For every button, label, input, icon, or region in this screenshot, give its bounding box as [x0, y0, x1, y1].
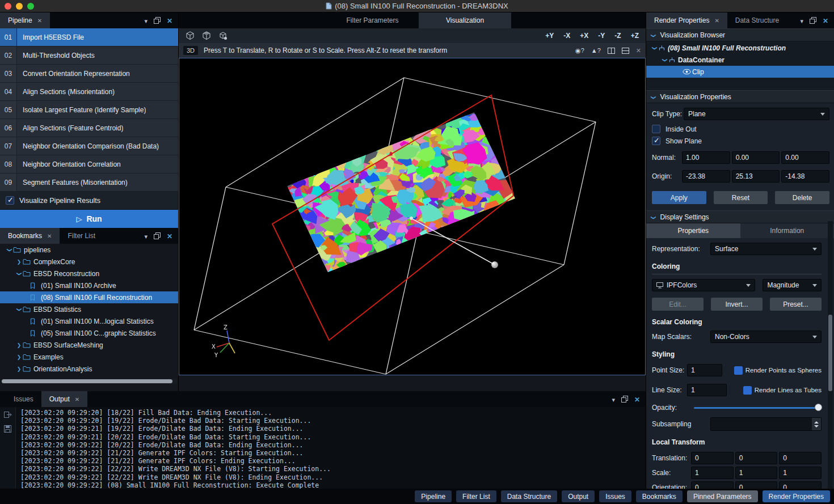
close-tab-icon[interactable] [709, 16, 719, 24]
panel-toggle-data-structure[interactable]: Data Structure [501, 490, 557, 502]
scale-y-input[interactable]: 1 [735, 467, 778, 479]
close-view-icon[interactable] [636, 47, 641, 54]
tree-item-clip[interactable]: Clip [646, 66, 834, 78]
console-log[interactable]: [2023:02:20 09:29:20] [18/22] Fill Bad D… [16, 407, 335, 489]
tab-filter-parameters[interactable]: Filter Parameters [326, 12, 419, 28]
pipeline-step[interactable]: 03Convert Orientation Representation [0, 65, 178, 83]
split-horizontal-icon[interactable] [622, 48, 629, 54]
pipeline-step[interactable]: 05Isolate Largest Feature (Identify Samp… [0, 101, 178, 119]
close-panel-icon[interactable] [823, 15, 828, 26]
axis-view-button[interactable]: -X [563, 32, 570, 40]
scale-z-input[interactable]: 1 [779, 467, 822, 479]
close-tab-icon[interactable] [42, 232, 52, 240]
map-scalars-dropdown[interactable]: Non-Colors [710, 331, 822, 343]
axis-view-button[interactable]: -Y [598, 32, 605, 40]
visualize-results-checkbox[interactable] [6, 196, 14, 205]
close-panel-icon[interactable] [634, 394, 640, 404]
orientation-z-input[interactable]: 0 [779, 481, 822, 489]
tab-properties[interactable]: Properties [646, 223, 740, 238]
bookmarks-tree-item[interactable]: (01) Small IN100 Archive [0, 279, 178, 291]
bookmarks-tree-item[interactable]: (01) Small IN100 M...logical Statistics [0, 315, 178, 327]
coloring-array-dropdown[interactable]: IPFColors [652, 279, 755, 291]
panel-toggle-pipeline[interactable]: Pipeline [415, 490, 452, 502]
axis-view-button[interactable]: +Z [631, 32, 639, 40]
close-window-button[interactable] [5, 3, 11, 10]
close-tab-icon[interactable] [70, 395, 79, 403]
bookmarks-tree-item[interactable]: ❯EBSD Statistics [0, 303, 178, 315]
save-log-icon[interactable] [3, 425, 12, 433]
render-points-as-spheres-checkbox[interactable] [734, 366, 743, 375]
tab-filter-list[interactable]: Filter List [60, 228, 103, 244]
float-panel-icon[interactable] [154, 232, 161, 239]
bookmarks-tree-item[interactable]: (08) Small IN100 Full Reconstruction [0, 291, 178, 303]
chevron-down-icon[interactable] [800, 15, 803, 26]
orientation-y-input[interactable]: 0 [735, 481, 778, 489]
float-panel-icon[interactable] [810, 17, 816, 24]
panel-toggle-pinned-parameters[interactable]: Pinned Parameters [687, 490, 758, 502]
axis-view-button[interactable]: -Z [614, 32, 621, 40]
origin-z-input[interactable]: -14.38 [781, 170, 829, 183]
chevron-right-icon[interactable]: ❯ [15, 354, 23, 360]
tab-issues[interactable]: Issues [6, 391, 41, 407]
preset-colormap-button[interactable]: Preset... [770, 298, 822, 311]
subsampling-spinner[interactable] [710, 417, 822, 431]
edit-colormap-button[interactable]: Edit... [652, 298, 704, 311]
bookmarks-tree-item[interactable]: (05) Small IN100 C...graphic Statistics [0, 327, 178, 339]
representation-dropdown[interactable]: Surface [710, 243, 822, 255]
tab-data-structure[interactable]: Data Structure [727, 12, 787, 28]
point-size-input[interactable]: 1 [687, 364, 722, 376]
pipeline-step[interactable]: 04Align Sections (Misorientation) [0, 83, 178, 101]
normal-x-input[interactable]: 1.00 [682, 151, 730, 164]
scale-x-input[interactable]: 1 [691, 467, 734, 479]
panel-toggle-output[interactable]: Output [562, 490, 595, 502]
pipeline-step[interactable]: 08Neighbor Orientation Correlation [0, 155, 178, 173]
visualization-properties-header[interactable]: Visualization Properties [646, 90, 834, 103]
bookmarks-tree-item[interactable]: ❯ComplexCore [0, 256, 178, 268]
inside-out-checkbox[interactable] [652, 125, 660, 133]
orientation-x-input[interactable]: 0 [691, 481, 734, 489]
panel-toggle-render-properties[interactable]: Render Properties [763, 490, 830, 502]
close-tab-icon[interactable] [32, 16, 42, 24]
spinner-buttons[interactable] [812, 418, 821, 430]
clip-type-dropdown[interactable]: Plane [684, 108, 829, 120]
chevron-down-icon[interactable]: ❯ [16, 270, 22, 277]
keyboard-help-icon[interactable]: ▲? [591, 47, 601, 54]
mouse-help-icon[interactable]: ◉? [575, 47, 584, 54]
chevron-down-icon[interactable]: ❯ [662, 56, 668, 63]
vertical-scrollbar[interactable] [828, 221, 833, 489]
chevron-right-icon[interactable]: ❯ [15, 342, 23, 348]
chevron-down-icon[interactable] [144, 15, 148, 26]
tab-bookmarks[interactable]: Bookmarks [0, 228, 60, 244]
reset-camera-cube-icon[interactable] [218, 31, 228, 40]
render-lines-as-tubes-checkbox[interactable] [743, 386, 752, 395]
chevron-down-icon[interactable] [612, 394, 615, 404]
pipeline-step[interactable]: 09Segment Features (Misorientation) [0, 173, 178, 192]
panel-toggle-bookmarks[interactable]: Bookmarks [636, 490, 683, 502]
tree-item-datacontainer[interactable]: ❯ DataContainer [646, 54, 834, 66]
bookmarks-tree-item[interactable]: ❯OrientationAnalysis [0, 363, 178, 375]
display-settings-header[interactable]: Display Settings [646, 210, 834, 223]
axis-view-button[interactable]: +X [580, 32, 588, 40]
chevron-right-icon[interactable]: ❯ [15, 259, 23, 265]
show-plane-checkbox[interactable] [652, 137, 660, 145]
eye-icon[interactable] [683, 69, 692, 75]
tree-item-pipeline[interactable]: ❯ (08) Small IN100 Full Reconstruction [646, 42, 834, 54]
horizontal-scrollbar[interactable] [1, 379, 177, 384]
component-dropdown[interactable]: Magnitude [763, 279, 822, 291]
origin-y-input[interactable]: 25.13 [732, 170, 780, 183]
tab-pipeline[interactable]: Pipeline [0, 12, 50, 28]
split-vertical-icon[interactable] [608, 48, 615, 54]
tab-output[interactable]: Output [41, 391, 87, 407]
axis-view-button[interactable]: +Y [545, 32, 554, 40]
chevron-down-icon[interactable]: ❯ [16, 306, 22, 313]
panel-toggle-issues[interactable]: Issues [599, 490, 631, 502]
float-panel-icon[interactable] [154, 17, 161, 24]
delete-button[interactable]: Delete [775, 191, 829, 204]
visualize-results-row[interactable]: Visualize Pipeline Results [0, 192, 178, 210]
pipeline-step[interactable]: 06Align Sections (Feature Centroid) [0, 119, 178, 137]
apply-button[interactable]: Apply [652, 191, 706, 204]
bookmarks-tree-item[interactable]: ❯Examples [0, 351, 178, 363]
run-button[interactable]: ▷ Run [0, 210, 178, 228]
view-mode-badge[interactable]: 3D [183, 46, 198, 55]
close-panel-icon[interactable] [167, 231, 172, 241]
